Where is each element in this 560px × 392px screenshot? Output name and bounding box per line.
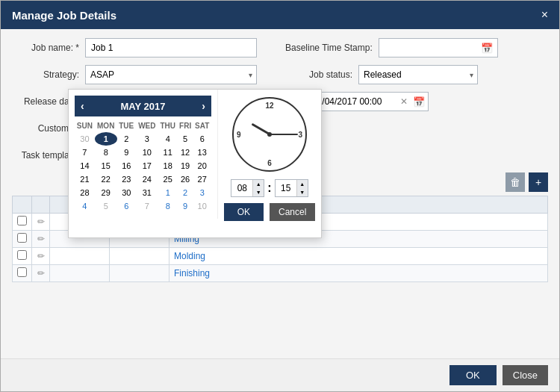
job-status-select-wrapper: Released (358, 65, 478, 84)
delete-button[interactable]: 🗑 (505, 172, 525, 192)
job-status-select[interactable]: Released (358, 65, 478, 84)
cal-day[interactable]: 9 (178, 199, 193, 213)
cal-day[interactable]: 3 (193, 186, 211, 199)
strategy-select-wrapper: ASAP (85, 65, 257, 84)
prev-month-btn[interactable]: ‹ (81, 100, 84, 112)
cal-day[interactable]: 7 (75, 146, 95, 159)
cal-day[interactable]: 29 (95, 186, 117, 199)
cal-day[interactable]: 9 (117, 146, 136, 159)
strategy-label: Strategy: (12, 69, 79, 80)
hour-down-btn[interactable]: ▼ (253, 188, 264, 196)
row-resource-group: Finishing (169, 265, 548, 282)
next-month-btn[interactable]: › (202, 100, 205, 112)
minute-up-btn[interactable]: ▲ (297, 180, 308, 188)
cal-day[interactable]: 12 (178, 146, 193, 159)
hour-input-group: ▲ ▼ (231, 179, 264, 197)
cal-day[interactable]: 10 (136, 146, 158, 159)
manage-job-modal: Manage Job Details × Job name: * Baselin… (0, 0, 560, 392)
cal-day[interactable]: 6 (117, 199, 136, 213)
row-checkbox[interactable] (17, 233, 27, 243)
cal-day[interactable]: 5 (178, 132, 193, 146)
cal-day[interactable]: 20 (193, 159, 211, 172)
row-empty2 (110, 265, 169, 282)
cal-day[interactable]: 19 (178, 159, 193, 172)
table-row: ✏ Finishing (13, 265, 548, 282)
time-inputs: ▲ ▼ : ▲ ▼ (227, 179, 312, 197)
cal-day[interactable]: 8 (158, 199, 178, 213)
row-empty1 (50, 248, 110, 265)
cal-day[interactable]: 4 (75, 199, 95, 213)
cal-day[interactable]: 10 (193, 199, 211, 213)
cal-day[interactable]: 13 (193, 146, 211, 159)
strategy-select[interactable]: ASAP (85, 65, 257, 84)
cal-day[interactable]: 22 (95, 172, 117, 186)
cal-day[interactable]: 3 (136, 132, 158, 146)
close-button-footer[interactable]: Close (503, 365, 548, 385)
cal-day[interactable]: 2 (178, 186, 193, 199)
cal-day[interactable]: 31 (136, 186, 158, 199)
popup-buttons: OK Cancel (227, 203, 312, 221)
popup-ok-btn[interactable]: OK (224, 203, 264, 221)
cal-day[interactable]: 15 (95, 159, 117, 172)
center-dot (267, 132, 272, 137)
due-date-input-wrap: ✕ 📅 (308, 92, 429, 111)
row-empty1 (50, 265, 110, 282)
row-edit-cell[interactable]: ✏ (32, 214, 50, 231)
row-edit-cell[interactable]: ✏ (32, 265, 50, 282)
minute-down-btn[interactable]: ▼ (297, 188, 308, 196)
popup-cancel-btn[interactable]: Cancel (270, 203, 315, 221)
cal-day-header: TUE (117, 119, 136, 132)
cal-day[interactable]: 7 (136, 199, 158, 213)
cal-day[interactable]: 4 (158, 132, 178, 146)
cal-day[interactable]: 1 (158, 186, 178, 199)
cal-day[interactable]: 23 (117, 172, 136, 186)
minute-input-group: ▲ ▼ (275, 179, 308, 197)
cal-day[interactable]: 21 (75, 172, 95, 186)
hour-input[interactable] (231, 180, 252, 196)
job-name-input[interactable] (85, 38, 257, 57)
cal-day[interactable]: 24 (136, 172, 158, 186)
cal-day[interactable]: 8 (95, 146, 117, 159)
hour-up-btn[interactable]: ▲ (253, 180, 264, 188)
row-checkbox-cell (13, 231, 32, 248)
cal-day[interactable]: 17 (136, 159, 158, 172)
cal-day[interactable]: 27 (193, 172, 211, 186)
cal-day[interactable]: 2 (117, 132, 136, 146)
col-checkbox (13, 196, 32, 214)
close-button[interactable]: × (541, 8, 548, 22)
cal-day[interactable]: 1 (95, 132, 117, 146)
cal-day[interactable]: 30 (75, 132, 95, 146)
cal-day[interactable]: 16 (117, 159, 136, 172)
col-edit (32, 196, 50, 214)
cal-day[interactable]: 11 (158, 146, 178, 159)
cal-day[interactable]: 18 (158, 159, 178, 172)
cal-day-header: THU (158, 119, 178, 132)
modal-header: Manage Job Details × (1, 1, 559, 29)
baseline-input[interactable]: 📅 (379, 38, 498, 57)
cal-day[interactable]: 5 (95, 199, 117, 213)
baseline-section: Baseline Time Stamp: 📅 (285, 38, 498, 57)
minute-spinners: ▲ ▼ (296, 180, 308, 196)
row-edit-cell[interactable]: ✏ (32, 231, 50, 248)
minute-input[interactable] (276, 180, 296, 196)
row-checkbox[interactable] (17, 216, 27, 225)
cal-day[interactable]: 28 (75, 186, 95, 199)
add-button[interactable]: + (529, 172, 548, 192)
cal-day[interactable]: 30 (117, 186, 136, 199)
strategy-row: Strategy: ASAP Job status: Released (12, 65, 548, 84)
row-edit-cell[interactable]: ✏ (32, 248, 50, 265)
row-checkbox-cell (13, 214, 32, 231)
due-date-calendar-btn[interactable]: 📅 (410, 96, 428, 108)
cal-day[interactable]: 6 (193, 132, 211, 146)
ok-button[interactable]: OK (449, 365, 497, 385)
cal-day[interactable]: 14 (75, 159, 95, 172)
datetime-popup: ‹ MAY 2017 › SUNMONTUEWEDTHUFRISAT 30123… (68, 89, 322, 238)
minute-hand (270, 134, 298, 135)
row-checkbox[interactable] (17, 250, 27, 260)
cal-day[interactable]: 25 (158, 172, 178, 186)
row-checkbox[interactable] (17, 267, 27, 277)
due-date-clear-btn[interactable]: ✕ (398, 96, 410, 107)
cal-day-header: SUN (75, 119, 95, 132)
due-date-input[interactable] (308, 94, 398, 109)
cal-day[interactable]: 26 (178, 172, 193, 186)
